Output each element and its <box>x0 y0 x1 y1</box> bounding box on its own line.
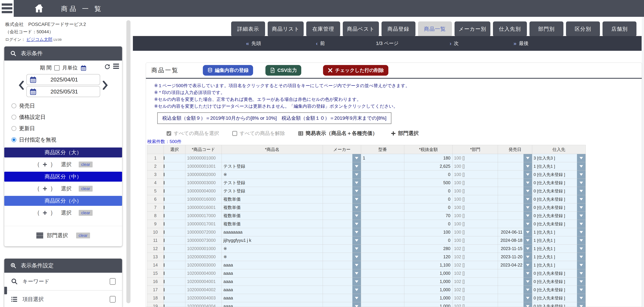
cell-product-code[interactable]: 100000003000 <box>185 179 222 187</box>
dropdown-button[interactable] <box>524 220 532 228</box>
cell-maker[interactable] <box>323 228 361 236</box>
date-from-field[interactable]: 2025/04/01 <box>26 74 100 85</box>
row-checkbox[interactable] <box>164 222 164 226</box>
dropdown-button[interactable] <box>577 204 586 212</box>
dropdown-button[interactable] <box>524 187 532 195</box>
dropdown-button[interactable] <box>524 278 532 286</box>
radio-日付指定を無視[interactable]: 日付指定を無視 <box>12 136 122 144</box>
cell-department[interactable]: 100 [] <box>453 162 498 170</box>
cell-release-date[interactable] <box>498 278 532 286</box>
column-header-*部門[interactable]: *部門 <box>453 145 498 154</box>
cell-release-date[interactable] <box>498 212 532 220</box>
dropdown-button[interactable] <box>577 269 586 277</box>
cell-department[interactable]: 102 [] <box>453 269 498 277</box>
cell-supplier[interactable]: 1 [仕入先1 ] <box>532 261 586 269</box>
cell-product-code[interactable]: 102000004004 <box>185 302 222 307</box>
cell-product-name[interactable]: テスト登録 <box>222 187 323 195</box>
cell-supplier[interactable]: 3 [仕入先3 ] <box>532 154 586 162</box>
dropdown-button[interactable] <box>524 204 532 212</box>
cell-product-name[interactable]: aaaa <box>222 294 323 302</box>
dropdown-button[interactable] <box>524 195 532 203</box>
row-checkbox[interactable] <box>164 181 164 184</box>
nav-tab-在庫管理[interactable]: 在庫管理 <box>306 22 340 36</box>
row-checkbox[interactable] <box>164 198 164 201</box>
simple-view-toggle[interactable]: 簡易表示（商品名＋各種売価） <box>298 130 378 137</box>
select-label[interactable]: 選択 <box>61 185 72 192</box>
cell-model[interactable] <box>361 220 404 228</box>
cell-department[interactable]: 100 [] <box>453 236 498 244</box>
cell-model[interactable] <box>361 302 404 307</box>
column-header-*商品名[interactable]: *商品名 <box>222 145 323 154</box>
cell-model[interactable] <box>361 244 404 253</box>
cell-release-date[interactable]: 2023-11-20 <box>498 253 532 261</box>
dropdown-button[interactable] <box>524 261 532 269</box>
dropdown-button[interactable] <box>524 154 532 162</box>
page-scrollbar-track[interactable] <box>642 17 644 307</box>
column-header-発売日[interactable]: 発売日 <box>498 145 532 154</box>
calendar-icon[interactable] <box>80 65 86 71</box>
cell-supplier[interactable]: 1 [仕入先1 ] <box>532 228 586 236</box>
cell-price[interactable]: 0 <box>404 195 452 203</box>
cell-price[interactable]: 120 <box>404 253 452 261</box>
cell-model[interactable] <box>361 228 404 236</box>
cell-maker[interactable] <box>323 261 361 269</box>
cell-price[interactable]: 0 <box>404 204 452 212</box>
radio-icon[interactable] <box>12 104 16 108</box>
dropdown-button[interactable] <box>352 187 361 195</box>
cell-model[interactable]: 1 <box>361 154 404 162</box>
cell-release-date[interactable] <box>498 204 532 212</box>
row-checkbox[interactable] <box>164 206 164 209</box>
dropdown-button[interactable] <box>577 294 586 302</box>
cell-maker[interactable] <box>323 302 361 307</box>
chevron-right-icon[interactable] <box>102 81 108 90</box>
cell-supplier[interactable]: 1 [仕入先1 ] <box>532 253 586 261</box>
cell-supplier[interactable]: 0 [仕入先未登録 ] <box>532 220 586 228</box>
dropdown-button[interactable] <box>577 154 586 162</box>
row-checkbox[interactable] <box>164 156 164 160</box>
cell-release-date[interactable] <box>498 302 532 307</box>
cell-model[interactable] <box>361 179 404 187</box>
cell-product-code[interactable]: 100000001000 <box>185 154 222 162</box>
cell-department[interactable]: 100 [] <box>453 187 498 195</box>
dropdown-button[interactable] <box>577 170 586 178</box>
cell-maker[interactable] <box>323 204 361 212</box>
cell-supplier[interactable]: 0 [仕入先未登録 ] <box>532 212 586 220</box>
dropdown-button[interactable] <box>352 236 361 244</box>
cell-release-date[interactable] <box>498 286 532 294</box>
cell-product-name[interactable]: ※ <box>222 244 323 253</box>
cell-product-name[interactable]: aaaa <box>222 286 323 294</box>
dropdown-button[interactable] <box>577 302 586 307</box>
cell-product-code[interactable]: 102000002000 <box>185 253 222 261</box>
cell-release-date[interactable] <box>498 187 532 195</box>
dropdown-button[interactable] <box>352 220 361 228</box>
cell-product-name[interactable]: テスト登録 <box>222 162 323 170</box>
options-menu-icon[interactable] <box>113 64 119 69</box>
dropdown-button[interactable] <box>524 302 532 307</box>
dropdown-button[interactable] <box>524 170 532 178</box>
dropdown-button[interactable] <box>524 179 532 187</box>
cell-model[interactable] <box>361 253 404 261</box>
nav-tab-商品リスト[interactable]: 商品リスト <box>268 22 304 36</box>
cell-product-code[interactable]: 100000072000 <box>185 228 222 236</box>
cell-price[interactable]: 180 <box>404 154 452 162</box>
cell-maker[interactable] <box>323 162 361 170</box>
cell-department[interactable]: 100 [] <box>453 170 498 178</box>
dropdown-button[interactable] <box>352 302 361 307</box>
cell-department[interactable]: 102 [] <box>453 244 498 253</box>
chevron-left-icon[interactable] <box>19 81 24 90</box>
radio-更新日[interactable]: 更新日 <box>12 125 122 132</box>
cell-department[interactable]: 102 [] <box>453 253 498 261</box>
cell-maker[interactable] <box>323 236 361 244</box>
row-checkbox[interactable] <box>164 288 164 292</box>
nav-tab-部門別[interactable]: 部門別 <box>530 22 564 36</box>
row-checkbox[interactable] <box>164 247 164 250</box>
cell-release-date[interactable] <box>498 195 532 203</box>
cell-product-code[interactable]: 102000004003 <box>185 294 222 302</box>
cell-release-date[interactable]: 2024-08-18 <box>498 236 532 244</box>
dropdown-button[interactable] <box>577 236 586 244</box>
cell-maker[interactable] <box>323 253 361 261</box>
pagination-prev[interactable]: ‹前 <box>308 40 332 47</box>
row-checkbox[interactable] <box>164 255 164 259</box>
cell-department[interactable]: 102 [] <box>453 302 498 307</box>
cell-supplier[interactable]: 1 [仕入先1 ] <box>532 244 586 253</box>
